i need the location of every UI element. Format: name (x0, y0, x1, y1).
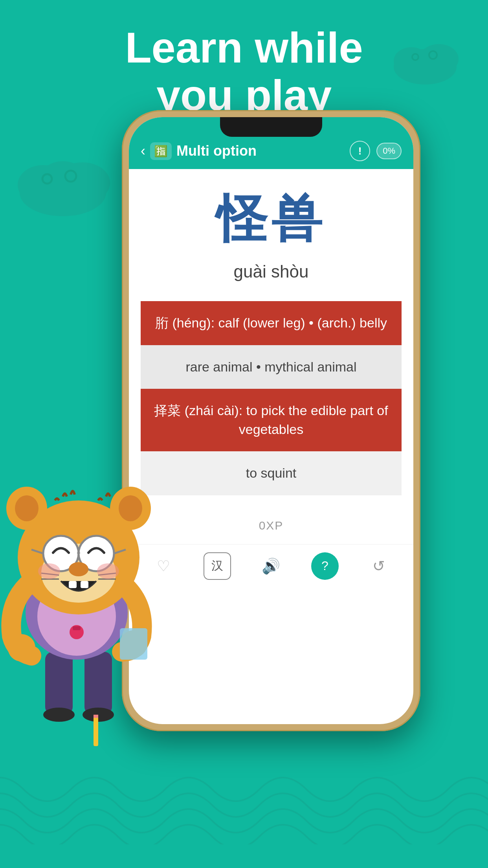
back-button[interactable]: ‹ (141, 143, 145, 159)
header-right: ! 0% (350, 141, 402, 161)
headline: Learn while you play (0, 24, 488, 119)
xp-display: 0XP (259, 519, 284, 532)
character-button[interactable]: 汉 (204, 552, 231, 580)
svg-point-30 (119, 495, 142, 521)
svg-rect-12 (45, 652, 73, 715)
speaker-icon: 🔊 (262, 557, 280, 575)
svg-rect-25 (73, 626, 81, 630)
svg-point-44 (38, 563, 60, 579)
exclamation-icon: ! (358, 145, 362, 157)
chinese-character: 怪兽 (216, 185, 326, 254)
exclamation-button[interactable]: ! (350, 141, 370, 161)
translate-icon: 🈯 (154, 145, 168, 158)
svg-point-45 (97, 563, 119, 579)
phone-notch (220, 117, 322, 137)
svg-point-28 (15, 495, 39, 521)
percent-value: 0% (383, 146, 395, 156)
audio-button[interactable]: 🔊 (257, 552, 285, 580)
svg-rect-38 (69, 581, 77, 588)
cloud-left (8, 149, 118, 222)
svg-rect-18 (94, 715, 98, 718)
question-icon: ? (321, 559, 328, 573)
svg-rect-11 (0, 844, 488, 868)
svg-point-8 (41, 161, 84, 193)
pinyin: guài shòu (234, 262, 309, 281)
refresh-button[interactable]: ↺ (365, 552, 393, 580)
headline-line1: Learn while (0, 24, 488, 71)
tiger-character (0, 440, 189, 746)
help-button[interactable]: ? (311, 552, 339, 580)
svg-point-14 (43, 708, 75, 722)
svg-rect-16 (94, 715, 98, 746)
refresh-icon: ↺ (372, 557, 385, 575)
svg-rect-13 (84, 652, 112, 715)
svg-rect-23 (120, 628, 147, 660)
option-1[interactable]: 胻 (héng): calf (lower leg) • (arch.) bel… (141, 301, 402, 345)
hanzi-icon: 汉 (211, 558, 223, 574)
translate-icon-box: 🈯 (150, 142, 172, 160)
svg-point-37 (69, 562, 88, 576)
svg-rect-39 (81, 581, 88, 588)
option-2[interactable]: rare animal • mythical animal (141, 345, 402, 389)
header-title: Multi option (176, 143, 257, 159)
percent-badge: 0% (376, 143, 402, 159)
header-left: ‹ 🈯 Multi option (141, 142, 257, 160)
svg-point-21 (8, 634, 35, 662)
